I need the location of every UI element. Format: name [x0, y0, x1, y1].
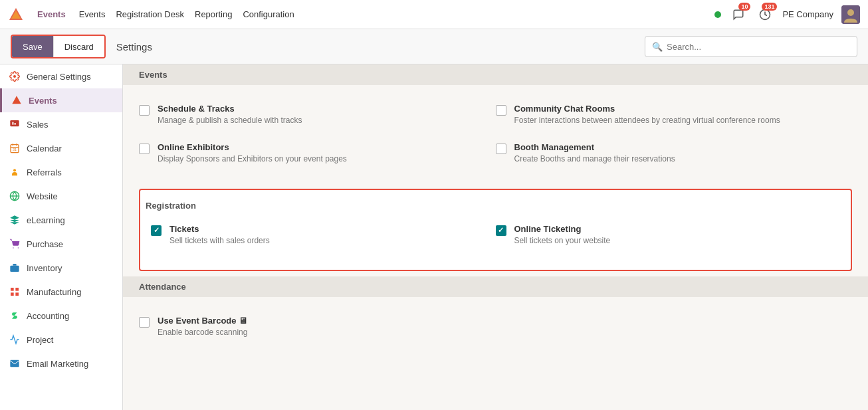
- events-section-header: Events: [123, 64, 868, 85]
- referrals-icon: [8, 165, 21, 179]
- svg-point-15: [13, 169, 16, 171]
- content-area: Events Schedule & Tracks Manage & publis…: [123, 64, 868, 410]
- sidebar-item-referrals[interactable]: Referrals: [0, 160, 122, 184]
- tickets-label: Tickets: [169, 224, 270, 234]
- event-barcode-desc: Enable barcode scanning: [158, 327, 247, 338]
- community-chat-checkbox[interactable]: [496, 105, 506, 116]
- topnav-link-events[interactable]: Events: [79, 7, 106, 22]
- sidebar-item-inventory[interactable]: Inventory: [0, 256, 122, 280]
- main-layout: General Settings Events Sales 31 Calenda…: [0, 64, 868, 410]
- sidebar-item-calendar[interactable]: 31 Calendar: [0, 136, 122, 160]
- svg-point-4: [847, 9, 854, 16]
- schedule-tracks-label: Schedule & Tracks: [158, 104, 302, 114]
- setting-booth-management: Booth Management Create Booths and manag…: [496, 134, 853, 173]
- schedule-tracks-desc: Manage & publish a schedule with tracks: [158, 115, 302, 126]
- community-chat-label: Community Chat Rooms: [514, 104, 780, 114]
- sidebar-item-manufacturing[interactable]: Manufacturing: [0, 280, 122, 304]
- sidebar-item-general-settings[interactable]: General Settings: [0, 64, 122, 88]
- schedule-tracks-checkbox[interactable]: [139, 105, 150, 116]
- sidebar-item-website[interactable]: Website: [0, 184, 122, 208]
- setting-online-ticketing: Online Ticketing Sell tickets on your we…: [496, 216, 841, 255]
- topnav-right: 10 131 PE Company: [714, 5, 860, 24]
- sidebar-label-sales: Sales: [27, 120, 49, 130]
- sidebar-item-events[interactable]: Events: [0, 88, 122, 112]
- save-button[interactable]: Save: [12, 36, 53, 57]
- setting-community-chat: Community Chat Rooms Foster interactions…: [496, 96, 853, 134]
- chat-notifications[interactable]: 10: [729, 5, 748, 24]
- sidebar-label-manufacturing: Manufacturing: [27, 287, 81, 297]
- setting-tickets: Tickets Sell tickets with sales orders: [151, 216, 496, 255]
- attendance-settings-grid: Use Event Barcode 🖥 Enable barcode scann…: [123, 297, 868, 357]
- toolbar: Save Discard Settings 🔍: [0, 29, 868, 64]
- setting-online-exhibitors: Online Exhibitors Display Sponsors and E…: [139, 134, 496, 173]
- search-box[interactable]: 🔍: [645, 36, 857, 57]
- svg-rect-8: [12, 122, 14, 125]
- booth-management-checkbox[interactable]: [496, 144, 506, 154]
- online-ticketing-checkbox[interactable]: [496, 225, 506, 236]
- online-exhibitors-desc: Display Sponsors and Exhibitors on your …: [158, 154, 347, 165]
- svg-point-19: [18, 247, 19, 248]
- sidebar-label-project: Project: [27, 335, 53, 345]
- sidebar-label-accounting: Accounting: [27, 311, 69, 321]
- sidebar-label-inventory: Inventory: [27, 263, 62, 273]
- topnav-link-config[interactable]: Configuration: [243, 7, 294, 22]
- sidebar-label-calendar: Calendar: [27, 144, 62, 154]
- topnav-app-label[interactable]: Events: [37, 7, 66, 22]
- sidebar-label-events: Events: [29, 96, 57, 106]
- app-logo[interactable]: [8, 7, 24, 23]
- chat-badge: 10: [738, 3, 750, 11]
- svg-rect-21: [11, 288, 14, 291]
- svg-rect-20: [10, 266, 19, 272]
- online-status-dot: [714, 11, 721, 18]
- sidebar-label-elearning: eLearning: [27, 215, 65, 225]
- sidebar-item-email-marketing[interactable]: Email Marketing: [0, 352, 122, 375]
- svg-rect-9: [14, 123, 16, 125]
- events-icon: [10, 94, 23, 107]
- sidebar-label-referrals: Referrals: [27, 167, 62, 177]
- sidebar-item-accounting[interactable]: Accounting: [0, 304, 122, 328]
- sidebar-item-sales[interactable]: Sales: [0, 112, 122, 136]
- sidebar-item-purchase[interactable]: Purchase: [0, 232, 122, 256]
- activity-badge: 131: [762, 3, 777, 11]
- setting-schedule-tracks: Schedule & Tracks Manage & publish a sch…: [139, 96, 496, 134]
- svg-point-18: [13, 247, 13, 248]
- event-barcode-label: Use Event Barcode 🖥: [158, 316, 247, 326]
- accounting-icon: [8, 309, 21, 322]
- attendance-section-header: Attendance: [123, 276, 868, 297]
- gear-icon: [8, 70, 21, 83]
- tickets-checkbox[interactable]: [151, 225, 162, 236]
- online-exhibitors-label: Online Exhibitors: [158, 142, 347, 152]
- topnav-links: Events Registration Desk Reporting Confi…: [79, 7, 294, 22]
- activity-notifications[interactable]: 131: [756, 5, 774, 24]
- search-input[interactable]: [667, 42, 850, 52]
- topnav-link-regdesk[interactable]: Registration Desk: [116, 7, 184, 22]
- sidebar-label-email-marketing: Email Marketing: [27, 359, 88, 369]
- registration-settings-grid: Tickets Sell tickets with sales orders O…: [140, 211, 851, 265]
- setting-event-barcode: Use Event Barcode 🖥 Enable barcode scann…: [139, 308, 496, 346]
- registration-section-header: Registration: [140, 195, 851, 211]
- discard-button[interactable]: Discard: [53, 36, 104, 57]
- online-exhibitors-checkbox[interactable]: [139, 144, 150, 154]
- svg-marker-6: [12, 96, 21, 104]
- elearning-icon: [8, 213, 21, 227]
- tickets-desc: Sell tickets with sales orders: [169, 235, 270, 247]
- email-marketing-icon: [8, 357, 21, 370]
- booth-management-desc: Create Booths and manage their reservati…: [514, 154, 675, 165]
- events-settings-grid: Schedule & Tracks Manage & publish a sch…: [123, 85, 868, 183]
- sidebar-label-website: Website: [27, 191, 58, 201]
- user-avatar[interactable]: [841, 5, 860, 24]
- save-discard-group: Save Discard: [11, 35, 106, 58]
- search-icon: 🔍: [652, 42, 663, 52]
- event-barcode-checkbox[interactable]: [139, 317, 150, 328]
- manufacturing-icon: [8, 285, 21, 298]
- sidebar-item-project[interactable]: Project: [0, 328, 122, 352]
- topnav: Events Events Registration Desk Reportin…: [0, 0, 868, 29]
- svg-rect-23: [11, 292, 14, 296]
- topnav-link-reporting[interactable]: Reporting: [195, 7, 232, 22]
- sidebar-item-elearning[interactable]: eLearning: [0, 208, 122, 232]
- website-icon: [8, 189, 21, 203]
- page-title: Settings: [116, 41, 152, 52]
- booth-management-label: Booth Management: [514, 142, 675, 152]
- purchase-icon: [8, 237, 21, 251]
- sidebar-label-general-settings: General Settings: [27, 72, 91, 82]
